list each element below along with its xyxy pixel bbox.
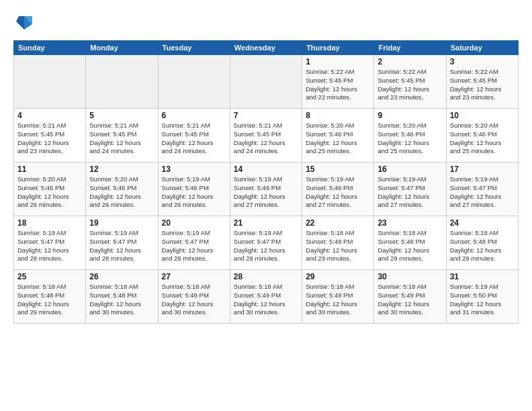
- day-number: 11: [17, 165, 82, 174]
- weekday-header-tuesday: Tuesday: [158, 41, 230, 55]
- day-detail: Sunrise: 5:19 AM Sunset: 5:47 PM Dayligh…: [17, 229, 82, 263]
- weekday-header-sunday: Sunday: [14, 41, 86, 55]
- calendar-week-row: 4Sunrise: 5:21 AM Sunset: 5:45 PM Daylig…: [14, 109, 519, 163]
- calendar-cell: 16Sunrise: 5:19 AM Sunset: 5:47 PM Dayli…: [374, 163, 446, 216]
- day-detail: Sunrise: 5:21 AM Sunset: 5:45 PM Dayligh…: [17, 122, 82, 156]
- day-detail: Sunrise: 5:20 AM Sunset: 5:46 PM Dayligh…: [378, 122, 442, 156]
- calendar-cell: 20Sunrise: 5:19 AM Sunset: 5:47 PM Dayli…: [158, 216, 230, 270]
- calendar-cell: 5Sunrise: 5:21 AM Sunset: 5:45 PM Daylig…: [86, 109, 158, 163]
- calendar-cell: 13Sunrise: 5:19 AM Sunset: 5:46 PM Dayli…: [158, 163, 230, 216]
- day-detail: Sunrise: 5:18 AM Sunset: 5:48 PM Dayligh…: [450, 229, 515, 263]
- day-detail: Sunrise: 5:20 AM Sunset: 5:46 PM Dayligh…: [450, 122, 515, 156]
- calendar-cell: 12Sunrise: 5:20 AM Sunset: 5:46 PM Dayli…: [86, 163, 158, 216]
- weekday-header-saturday: Saturday: [446, 41, 518, 55]
- calendar-cell: 26Sunrise: 5:18 AM Sunset: 5:48 PM Dayli…: [86, 270, 158, 324]
- calendar-cell: [230, 55, 302, 109]
- day-number: 19: [89, 218, 154, 228]
- calendar-cell: 29Sunrise: 5:18 AM Sunset: 5:49 PM Dayli…: [302, 270, 374, 324]
- header: [13, 11, 519, 32]
- weekday-header-friday: Friday: [374, 41, 446, 55]
- day-detail: Sunrise: 5:19 AM Sunset: 5:47 PM Dayligh…: [378, 175, 442, 210]
- day-detail: Sunrise: 5:18 AM Sunset: 5:48 PM Dayligh…: [306, 229, 370, 263]
- day-detail: Sunrise: 5:21 AM Sunset: 5:45 PM Dayligh…: [234, 122, 298, 156]
- calendar-cell: 14Sunrise: 5:19 AM Sunset: 5:46 PM Dayli…: [230, 163, 302, 216]
- day-detail: Sunrise: 5:21 AM Sunset: 5:45 PM Dayligh…: [162, 122, 226, 156]
- calendar-cell: [86, 55, 158, 109]
- weekday-header-thursday: Thursday: [302, 41, 374, 55]
- weekday-header-row: SundayMondayTuesdayWednesdayThursdayFrid…: [14, 41, 519, 55]
- day-detail: Sunrise: 5:19 AM Sunset: 5:46 PM Dayligh…: [306, 175, 370, 210]
- day-detail: Sunrise: 5:19 AM Sunset: 5:47 PM Dayligh…: [450, 175, 515, 210]
- calendar-week-row: 25Sunrise: 5:18 AM Sunset: 5:48 PM Dayli…: [14, 270, 519, 324]
- day-number: 26: [89, 272, 154, 281]
- day-number: 22: [306, 218, 370, 228]
- day-number: 28: [234, 272, 298, 281]
- calendar-cell: 1Sunrise: 5:22 AM Sunset: 5:45 PM Daylig…: [302, 55, 374, 109]
- day-detail: Sunrise: 5:19 AM Sunset: 5:50 PM Dayligh…: [450, 283, 515, 317]
- calendar-cell: 28Sunrise: 5:18 AM Sunset: 5:49 PM Dayli…: [230, 270, 302, 324]
- calendar-table: SundayMondayTuesdayWednesdayThursdayFrid…: [13, 40, 519, 324]
- day-detail: Sunrise: 5:18 AM Sunset: 5:49 PM Dayligh…: [378, 283, 442, 317]
- day-detail: Sunrise: 5:18 AM Sunset: 5:48 PM Dayligh…: [17, 283, 82, 317]
- calendar-cell: 7Sunrise: 5:21 AM Sunset: 5:45 PM Daylig…: [230, 109, 302, 163]
- day-detail: Sunrise: 5:22 AM Sunset: 5:45 PM Dayligh…: [450, 68, 515, 102]
- day-number: 4: [17, 111, 82, 120]
- weekday-header-monday: Monday: [86, 41, 158, 55]
- day-detail: Sunrise: 5:18 AM Sunset: 5:49 PM Dayligh…: [162, 283, 226, 317]
- calendar-cell: 30Sunrise: 5:18 AM Sunset: 5:49 PM Dayli…: [374, 270, 446, 324]
- calendar-cell: 2Sunrise: 5:22 AM Sunset: 5:45 PM Daylig…: [374, 55, 446, 109]
- calendar-cell: 9Sunrise: 5:20 AM Sunset: 5:46 PM Daylig…: [374, 109, 446, 163]
- day-detail: Sunrise: 5:21 AM Sunset: 5:45 PM Dayligh…: [89, 122, 154, 156]
- calendar-cell: 31Sunrise: 5:19 AM Sunset: 5:50 PM Dayli…: [446, 270, 518, 324]
- day-detail: Sunrise: 5:18 AM Sunset: 5:49 PM Dayligh…: [306, 283, 370, 317]
- calendar-cell: 15Sunrise: 5:19 AM Sunset: 5:46 PM Dayli…: [302, 163, 374, 216]
- logo-icon: [13, 11, 35, 32]
- day-number: 29: [306, 272, 370, 281]
- day-number: 21: [234, 218, 298, 228]
- logo: [13, 11, 39, 32]
- day-detail: Sunrise: 5:20 AM Sunset: 5:46 PM Dayligh…: [306, 122, 370, 156]
- day-number: 16: [378, 165, 442, 174]
- day-detail: Sunrise: 5:20 AM Sunset: 5:46 PM Dayligh…: [89, 175, 154, 210]
- day-number: 15: [306, 165, 370, 174]
- calendar-cell: 19Sunrise: 5:19 AM Sunset: 5:47 PM Dayli…: [86, 216, 158, 270]
- day-number: 2: [378, 57, 442, 66]
- calendar-cell: 6Sunrise: 5:21 AM Sunset: 5:45 PM Daylig…: [158, 109, 230, 163]
- calendar-cell: 23Sunrise: 5:18 AM Sunset: 5:48 PM Dayli…: [374, 216, 446, 270]
- day-detail: Sunrise: 5:20 AM Sunset: 5:46 PM Dayligh…: [17, 175, 82, 210]
- day-number: 23: [378, 218, 442, 228]
- calendar-cell: [14, 55, 86, 109]
- day-detail: Sunrise: 5:22 AM Sunset: 5:45 PM Dayligh…: [306, 68, 370, 102]
- day-detail: Sunrise: 5:18 AM Sunset: 5:48 PM Dayligh…: [378, 229, 442, 263]
- day-detail: Sunrise: 5:18 AM Sunset: 5:49 PM Dayligh…: [234, 283, 298, 317]
- day-number: 25: [17, 272, 82, 281]
- day-number: 17: [450, 165, 515, 174]
- day-detail: Sunrise: 5:19 AM Sunset: 5:46 PM Dayligh…: [234, 175, 298, 210]
- day-detail: Sunrise: 5:19 AM Sunset: 5:47 PM Dayligh…: [162, 229, 226, 263]
- calendar-cell: 10Sunrise: 5:20 AM Sunset: 5:46 PM Dayli…: [446, 109, 518, 163]
- day-number: 12: [89, 165, 154, 174]
- day-number: 31: [450, 272, 515, 281]
- day-number: 20: [162, 218, 226, 228]
- calendar-cell: 4Sunrise: 5:21 AM Sunset: 5:45 PM Daylig…: [14, 109, 86, 163]
- calendar-week-row: 18Sunrise: 5:19 AM Sunset: 5:47 PM Dayli…: [14, 216, 519, 270]
- calendar-cell: 27Sunrise: 5:18 AM Sunset: 5:49 PM Dayli…: [158, 270, 230, 324]
- day-number: 7: [234, 111, 298, 120]
- calendar-cell: 21Sunrise: 5:19 AM Sunset: 5:47 PM Dayli…: [230, 216, 302, 270]
- day-number: 9: [378, 111, 442, 120]
- day-number: 24: [450, 218, 515, 228]
- day-number: 1: [306, 57, 370, 66]
- calendar-week-row: 1Sunrise: 5:22 AM Sunset: 5:45 PM Daylig…: [14, 55, 519, 109]
- day-number: 13: [162, 165, 226, 174]
- calendar-cell: 3Sunrise: 5:22 AM Sunset: 5:45 PM Daylig…: [446, 55, 518, 109]
- day-number: 3: [450, 57, 515, 66]
- weekday-header-wednesday: Wednesday: [230, 41, 302, 55]
- day-number: 8: [306, 111, 370, 120]
- day-number: 10: [450, 111, 515, 120]
- calendar-cell: 18Sunrise: 5:19 AM Sunset: 5:47 PM Dayli…: [14, 216, 86, 270]
- day-number: 27: [162, 272, 226, 281]
- calendar-cell: 8Sunrise: 5:20 AM Sunset: 5:46 PM Daylig…: [302, 109, 374, 163]
- day-detail: Sunrise: 5:19 AM Sunset: 5:46 PM Dayligh…: [162, 175, 226, 210]
- day-number: 14: [234, 165, 298, 174]
- calendar-cell: 25Sunrise: 5:18 AM Sunset: 5:48 PM Dayli…: [14, 270, 86, 324]
